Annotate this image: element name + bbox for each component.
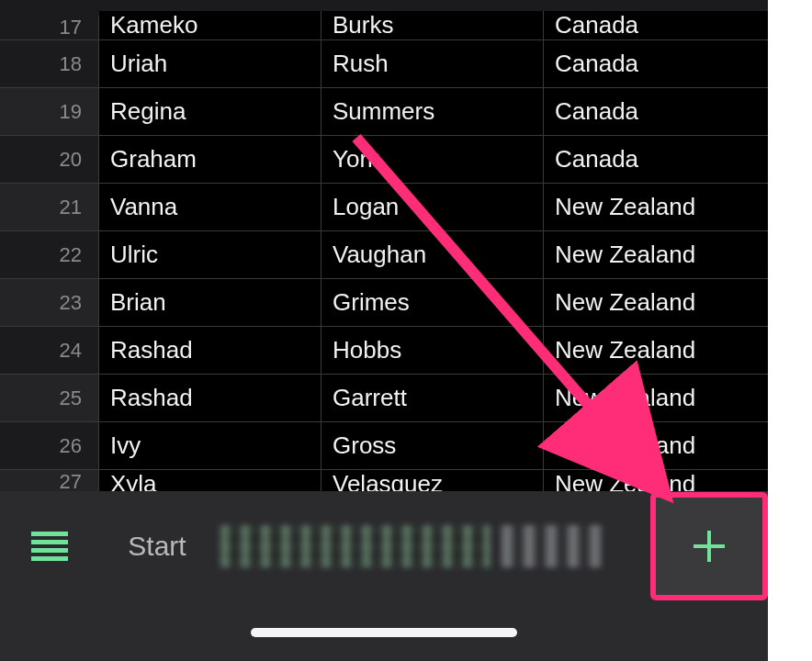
cell-country[interactable]: Canada xyxy=(544,136,768,183)
row-index[interactable]: 18 xyxy=(0,40,99,87)
cell-first-name[interactable]: Ivy xyxy=(99,422,321,469)
sheets-menu-button[interactable] xyxy=(0,505,99,588)
row-index[interactable]: 17 xyxy=(0,16,99,39)
svg-rect-5 xyxy=(694,544,725,548)
svg-rect-1 xyxy=(31,540,68,544)
row-index[interactable]: 19 xyxy=(0,88,99,135)
plus-icon xyxy=(690,527,728,566)
svg-rect-3 xyxy=(31,556,68,561)
table-row[interactable]: 26 Ivy Gross New Zealand xyxy=(0,422,768,470)
cell-country[interactable]: New Zealand xyxy=(544,184,768,230)
cell-first-name[interactable]: Ulric xyxy=(99,231,321,278)
cell-last-name[interactable]: Burks xyxy=(321,11,544,39)
cell-first-name[interactable]: Vanna xyxy=(99,184,321,230)
cell-last-name[interactable]: Garrett xyxy=(321,375,544,421)
cell-country[interactable]: Canada xyxy=(544,88,768,135)
add-sheet-button[interactable] xyxy=(656,498,762,595)
cell-country[interactable]: New Zealand xyxy=(544,327,768,374)
table-row[interactable]: 18 Uriah Rush Canada xyxy=(0,40,768,88)
cell-last-name[interactable]: Gross xyxy=(321,422,544,469)
table-row[interactable]: 23 Brian Grimes New Zealand xyxy=(0,279,768,327)
cell-country[interactable]: New Zealand xyxy=(544,422,768,469)
table-row[interactable]: 22 Ulric Vaughan New Zealand xyxy=(0,231,768,279)
cell-first-name[interactable]: Rashad xyxy=(99,327,321,374)
annotation-highlight xyxy=(650,492,768,600)
cell-country[interactable]: Canada xyxy=(544,11,768,39)
redacted-label xyxy=(220,525,491,567)
table-row[interactable]: 19 Regina Summers Canada xyxy=(0,88,768,136)
bottom-strip xyxy=(0,601,768,661)
cell-last-name[interactable]: Logan xyxy=(321,184,544,230)
sheet-tab-start[interactable]: Start xyxy=(99,505,215,588)
cell-first-name[interactable]: Kameko xyxy=(99,11,321,39)
cell-country[interactable]: New Zealand xyxy=(544,375,768,421)
cell-last-name[interactable]: Summers xyxy=(321,88,544,135)
cell-first-name[interactable]: Graham xyxy=(99,136,321,183)
sheet-tab-redacted[interactable] xyxy=(215,505,496,588)
row-index[interactable]: 23 xyxy=(0,279,99,326)
table-row[interactable]: 20 Graham York Canada xyxy=(0,136,768,184)
row-index[interactable]: 26 xyxy=(0,422,99,469)
table-row[interactable]: 24 Rashad Hobbs New Zealand xyxy=(0,327,768,375)
cell-first-name[interactable]: Regina xyxy=(99,88,321,135)
row-index[interactable]: 21 xyxy=(0,184,99,230)
cell-country[interactable]: New Zealand xyxy=(544,279,768,326)
cell-country[interactable]: Canada xyxy=(544,40,768,87)
cell-first-name[interactable]: Rashad xyxy=(99,375,321,421)
cell-last-name[interactable]: Vaughan xyxy=(321,231,544,278)
sheet-tab-label: Start xyxy=(128,531,186,562)
hamburger-icon xyxy=(31,532,68,561)
svg-rect-0 xyxy=(31,532,68,536)
svg-rect-2 xyxy=(31,548,68,553)
table-row[interactable]: 17 Kameko Burks Canada xyxy=(0,0,768,40)
cell-first-name[interactable]: Uriah xyxy=(99,40,321,87)
row-index[interactable]: 20 xyxy=(0,136,99,183)
cell-country[interactable]: New Zealand xyxy=(544,231,768,278)
app-frame: 17 Kameko Burks Canada 18 Uriah Rush Can… xyxy=(0,0,768,661)
row-index[interactable]: 22 xyxy=(0,231,99,278)
redacted-label xyxy=(502,525,603,567)
cell-last-name[interactable]: Grimes xyxy=(321,279,544,326)
sheet-tab-redacted[interactable] xyxy=(496,505,608,588)
home-indicator[interactable] xyxy=(251,628,517,637)
table-row[interactable]: 21 Vanna Logan New Zealand xyxy=(0,184,768,231)
cell-last-name[interactable]: Hobbs xyxy=(321,327,544,374)
spreadsheet-table[interactable]: 17 Kameko Burks Canada 18 Uriah Rush Can… xyxy=(0,0,768,500)
row-index[interactable]: 24 xyxy=(0,327,99,374)
cell-last-name[interactable]: York xyxy=(321,136,544,183)
table-row[interactable]: 25 Rashad Garrett New Zealand xyxy=(0,375,768,422)
cell-first-name[interactable]: Brian xyxy=(99,279,321,326)
cell-last-name[interactable]: Rush xyxy=(321,40,544,87)
sheet-tab-bar: Start xyxy=(0,491,768,601)
row-index[interactable]: 25 xyxy=(0,375,99,421)
